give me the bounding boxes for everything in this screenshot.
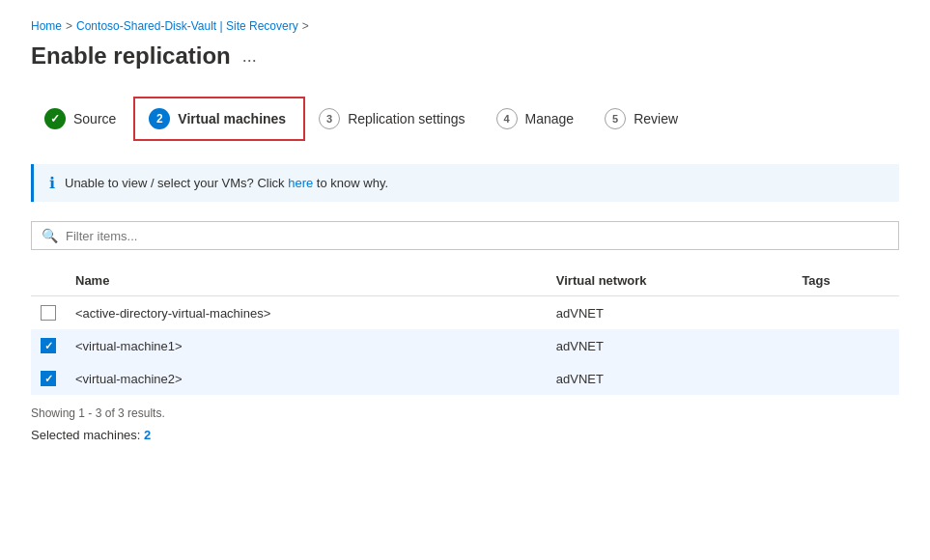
breadcrumb-home[interactable]: Home: [31, 19, 62, 33]
step-replication-settings[interactable]: 3 Replication settings: [305, 98, 482, 139]
cell-name: <virtual-machine2>: [66, 362, 547, 395]
step-source-label: Source: [73, 111, 116, 126]
cell-tags: [792, 329, 899, 362]
table-row: <active-directory-virtual-machines>adVNE…: [31, 296, 899, 330]
filter-input-wrapper: 🔍: [31, 221, 899, 250]
page-title-row: Enable replication ...: [31, 42, 899, 70]
step-review-label: Review: [634, 111, 678, 126]
cell-checkbox: [31, 296, 66, 330]
checkbox-row1[interactable]: [41, 305, 56, 321]
checkbox-row2[interactable]: [41, 338, 56, 353]
cell-name: <active-directory-virtual-machines>: [66, 296, 547, 330]
step-rep-label: Replication settings: [348, 111, 465, 126]
cell-checkbox: [31, 362, 66, 395]
step-manage-circle: 4: [496, 108, 518, 129]
filter-input[interactable]: [66, 229, 888, 243]
vm-table-body: <active-directory-virtual-machines>adVNE…: [31, 296, 899, 396]
col-checkbox: [31, 266, 66, 296]
cell-name: <virtual-machine1>: [66, 329, 547, 362]
table-row: <virtual-machine1>adVNET: [31, 329, 899, 362]
col-name: Name: [66, 266, 547, 296]
vm-table: Name Virtual network Tags <active-direct…: [31, 266, 899, 395]
cell-tags: [792, 362, 899, 395]
cell-network: adVNET: [547, 296, 793, 330]
step-manage-label: Manage: [525, 111, 575, 126]
breadcrumb-sep1: >: [66, 19, 72, 33]
col-tags: Tags: [792, 266, 899, 296]
cell-network: adVNET: [547, 362, 793, 395]
selected-machines-text: Selected machines: 2: [31, 428, 899, 442]
filter-row: 🔍: [31, 221, 899, 250]
selected-label: Selected machines:: [31, 428, 144, 442]
step-source[interactable]: ✓ Source: [31, 98, 133, 139]
checkbox-row3[interactable]: [41, 371, 56, 386]
page-title: Enable replication: [31, 42, 231, 70]
search-icon: 🔍: [42, 228, 58, 243]
breadcrumb: Home > Contoso-Shared-Disk-Vault | Site …: [31, 19, 899, 33]
step-review-circle: 5: [605, 108, 626, 129]
step-source-circle: ✓: [44, 108, 66, 129]
cell-network: adVNET: [547, 329, 793, 362]
step-vm-circle: 2: [149, 108, 170, 129]
step-vm-label: Virtual machines: [178, 111, 286, 126]
col-network: Virtual network: [547, 266, 793, 296]
info-banner: ℹ Unable to view / select your VMs? Clic…: [31, 164, 899, 202]
table-row: <virtual-machine2>adVNET: [31, 362, 899, 395]
step-manage[interactable]: 4 Manage: [483, 98, 592, 139]
steps-row: ✓ Source 2 Virtual machines 3 Replicatio…: [31, 97, 899, 141]
selected-count: 2: [144, 428, 151, 442]
info-icon: ℹ: [49, 174, 55, 192]
cell-tags: [792, 296, 899, 330]
info-link[interactable]: here: [288, 176, 313, 190]
step-review[interactable]: 5 Review: [591, 98, 695, 139]
results-text: Showing 1 - 3 of 3 results.: [31, 406, 899, 420]
breadcrumb-sep2: >: [302, 19, 309, 33]
info-text: Unable to view / select your VMs? Click …: [65, 176, 388, 190]
step-rep-circle: 3: [319, 108, 340, 129]
table-header-row: Name Virtual network Tags: [31, 266, 899, 296]
breadcrumb-vault[interactable]: Contoso-Shared-Disk-Vault | Site Recover…: [76, 19, 298, 33]
more-options-icon[interactable]: ...: [242, 46, 257, 67]
cell-checkbox: [31, 329, 66, 362]
step-virtual-machines[interactable]: 2 Virtual machines: [133, 97, 305, 141]
